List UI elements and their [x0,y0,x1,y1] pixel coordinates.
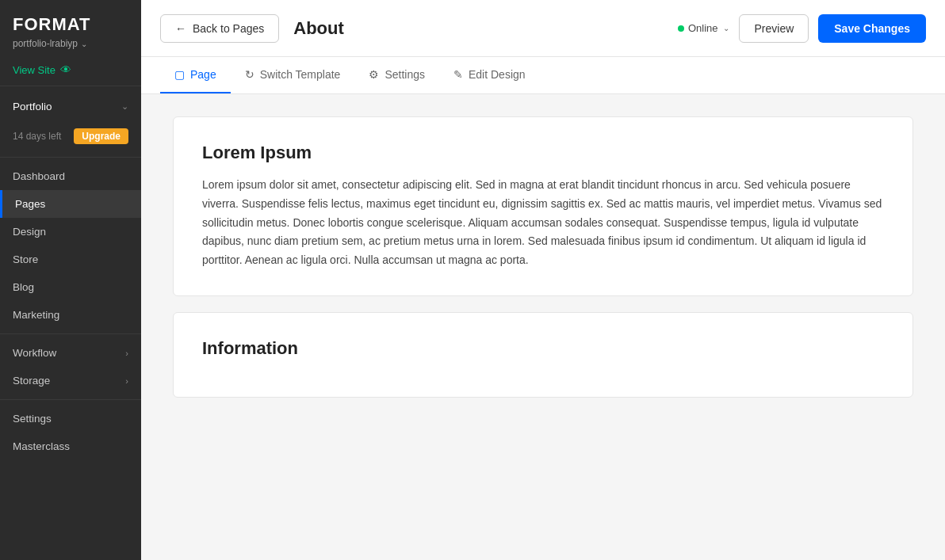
sidebar-item-design[interactable]: Design [0,218,141,246]
sidebar-item-blog[interactable]: Blog [0,273,141,301]
tab-edit-design-label: Edit Design [469,68,526,81]
sidebar-item-portfolio[interactable]: Portfolio ⌄ [0,93,141,120]
sidebar-item-masterclass[interactable]: Masterclass [0,432,141,460]
information-heading: Information [202,338,884,359]
online-chevron-icon: ⌄ [723,24,729,32]
information-card: Information [173,312,913,398]
tab-settings-label: Settings [385,68,425,81]
view-site-row[interactable]: View Site 👁 [0,57,141,86]
sidebar-item-workflow-label: Workflow [13,347,56,359]
tab-settings[interactable]: ⚙ Settings [354,57,439,93]
back-to-pages-button[interactable]: ← Back to Pages [160,14,279,43]
topbar-right: Online ⌄ Preview Save Changes [678,14,926,43]
sidebar-header: FORMAT portfolio-lrabiyp ⌄ [0,0,141,57]
portfolio-name-row: portfolio-lrabiyp ⌄ [13,38,128,49]
sidebar-item-storage[interactable]: Storage › [0,367,141,394]
sidebar: FORMAT portfolio-lrabiyp ⌄ View Site 👁 P… [0,0,141,560]
preview-button[interactable]: Preview [739,14,809,43]
storage-expand-icon: › [125,376,128,386]
tab-page-label: Page [190,68,216,81]
main-area: ← Back to Pages About Online ⌄ Preview S… [141,0,945,560]
lorem-ipsum-heading: Lorem Ipsum [202,143,884,163]
tab-switch-template[interactable]: ↻ Switch Template [231,57,355,93]
page-title: About [293,18,344,39]
online-label: Online [688,22,718,34]
tab-switch-template-label: Switch Template [260,68,341,81]
topbar-left: ← Back to Pages About [160,14,344,43]
nav-divider-2 [0,333,141,334]
sidebar-item-workflow[interactable]: Workflow › [0,339,141,367]
portfolio-name[interactable]: portfolio-lrabiyp [13,38,78,49]
back-btn-label: Back to Pages [193,22,264,35]
nav-section: Portfolio ⌄ 14 days left Upgrade Dashboa… [0,86,141,560]
view-site-label[interactable]: View Site [13,64,55,76]
sidebar-item-store[interactable]: Store [0,246,141,273]
eye-icon: 👁 [60,63,71,76]
upgrade-button[interactable]: Upgrade [74,128,128,144]
topbar: ← Back to Pages About Online ⌄ Preview S… [141,0,945,57]
sidebar-item-dashboard[interactable]: Dashboard [0,162,141,190]
sidebar-item-settings-label: Settings [13,413,52,425]
back-arrow-icon: ← [175,22,186,35]
sidebar-item-marketing-label: Marketing [13,309,59,321]
sidebar-item-store-label: Store [13,253,38,265]
sidebar-item-dashboard-label: Dashboard [13,170,65,182]
switch-template-icon: ↻ [245,68,254,81]
portfolio-expand-icon: ⌄ [121,101,128,112]
sidebar-item-portfolio-label: Portfolio [13,101,52,112]
sidebar-item-marketing[interactable]: Marketing [0,301,141,329]
subnav: ▢ Page ↻ Switch Template ⚙ Settings ✎ Ed… [141,57,945,94]
sidebar-item-pages-label: Pages [15,198,45,210]
sidebar-item-blog-label: Blog [13,281,34,293]
sidebar-item-pages[interactable]: Pages [0,190,141,218]
tab-edit-design[interactable]: ✎ Edit Design [439,57,540,93]
page-tab-icon: ▢ [174,68,185,81]
sidebar-item-masterclass-label: Masterclass [13,440,70,452]
sidebar-item-design-label: Design [13,226,46,238]
portfolio-chevron-icon[interactable]: ⌄ [81,40,87,48]
save-changes-button[interactable]: Save Changes [818,14,926,43]
workflow-expand-icon: › [125,349,128,358]
sidebar-item-storage-label: Storage [13,375,50,387]
content-area: Lorem Ipsum Lorem ipsum dolor sit amet, … [141,94,945,560]
sidebar-item-settings[interactable]: Settings [0,405,141,432]
online-status-badge[interactable]: Online ⌄ [678,22,730,34]
tab-page[interactable]: ▢ Page [160,57,231,93]
brand-logo: FORMAT [13,14,128,35]
online-dot-icon [678,25,684,32]
lorem-ipsum-body: Lorem ipsum dolor sit amet, consectetur … [202,176,884,270]
edit-design-icon: ✎ [453,68,463,81]
nav-divider-3 [0,399,141,400]
days-left-label: 14 days left [13,131,61,142]
upgrade-row: 14 days left Upgrade [0,120,141,152]
lorem-ipsum-card: Lorem Ipsum Lorem ipsum dolor sit amet, … [173,116,913,296]
settings-tab-icon: ⚙ [369,68,379,81]
nav-divider [0,157,141,158]
